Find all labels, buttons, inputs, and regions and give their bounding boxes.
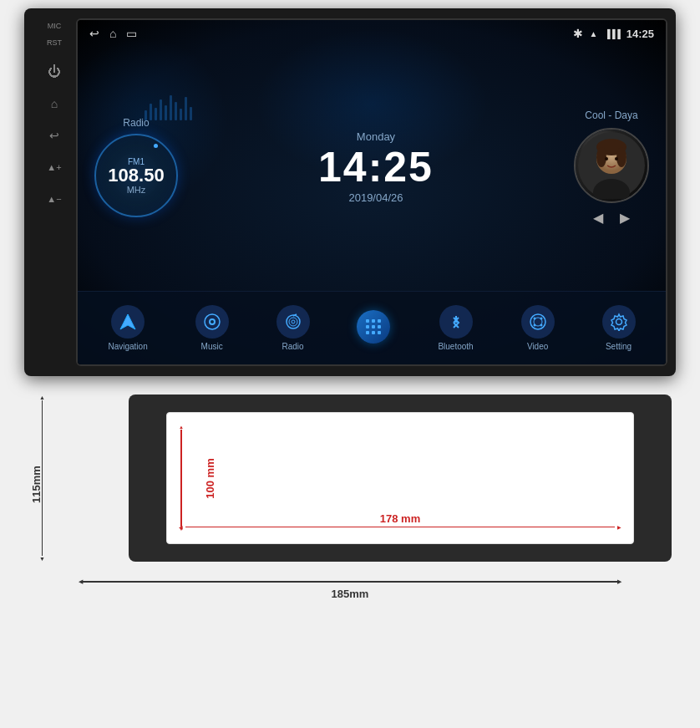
- video-label: Video: [527, 342, 548, 351]
- inner-height-dim: ▲ ▼ 100 mm: [179, 425, 230, 532]
- svg-point-14: [292, 320, 295, 323]
- vol-down-icon[interactable]: ▲−: [43, 187, 66, 211]
- svg-point-30: [540, 318, 542, 320]
- svg-rect-23: [372, 331, 375, 334]
- svg-point-31: [533, 324, 535, 327]
- bluetooth-icon: [439, 305, 473, 339]
- svg-point-12: [287, 315, 300, 328]
- freq-dot: [154, 144, 158, 148]
- svg-point-5: [616, 147, 626, 167]
- setting-label: Setting: [606, 342, 632, 351]
- next-button[interactable]: ▶: [620, 210, 630, 226]
- app-item-home[interactable]: [350, 305, 397, 352]
- vol-up-icon[interactable]: ▲+: [43, 155, 66, 179]
- back-nav-icon[interactable]: ↩: [89, 27, 99, 40]
- music-controls: ◀ ▶: [593, 210, 630, 226]
- navigation-label: Navigation: [108, 342, 147, 351]
- app-item-navigation[interactable]: Navigation: [101, 300, 154, 356]
- svg-marker-8: [120, 314, 135, 329]
- frequency-value: 108.50: [108, 166, 164, 185]
- svg-rect-24: [378, 331, 381, 334]
- frame-container: ▲ ▼ 100 mm ◀ 178 mm ▶ ◀ 185mm: [79, 395, 672, 562]
- screen: ↩ ⌂ ▭ ✱ ▲ ▐▐▐ 14:25 Radio FM1: [78, 20, 666, 364]
- album-art-inner: [576, 130, 647, 201]
- wifi-status-icon: ▲: [590, 29, 598, 38]
- status-nav-icons: ↩ ⌂ ▭: [89, 27, 137, 40]
- svg-rect-16: [366, 319, 369, 323]
- radio-label-app: Radio: [282, 342, 303, 351]
- bt-svg: [447, 313, 465, 331]
- clock-display: 14:25: [318, 146, 434, 188]
- clock-section: Monday 14:25 2019/04/26: [318, 130, 434, 204]
- frame-inner: ▲ ▼ 100 mm ◀ 178 mm ▶: [166, 412, 634, 544]
- music-label: Music: [201, 342, 223, 351]
- home-nav-icon[interactable]: ⌂: [109, 27, 116, 40]
- app-item-music[interactable]: Music: [189, 300, 236, 356]
- svg-point-33: [616, 319, 621, 325]
- inner-width-dim: ◀ 178 mm ▶: [179, 524, 621, 530]
- person-svg: [578, 132, 645, 199]
- prev-button[interactable]: ◀: [593, 210, 603, 226]
- radio-svg: [284, 313, 302, 331]
- recent-nav-icon[interactable]: ▭: [126, 27, 137, 40]
- date-display: 2019/04/26: [348, 191, 403, 204]
- status-bar: ↩ ⌂ ▭ ✱ ▲ ▐▐▐ 14:25: [78, 20, 666, 47]
- app-bar: Navigation Music: [78, 291, 666, 364]
- video-icon: [521, 305, 555, 339]
- svg-point-4: [596, 147, 606, 167]
- app-item-video[interactable]: Video: [515, 300, 561, 356]
- app-item-bluetooth[interactable]: Bluetooth: [431, 300, 479, 356]
- radio-label: Radio: [123, 117, 149, 129]
- rst-group: RST: [47, 38, 62, 47]
- signal-status-icon: ▐▐▐: [604, 29, 619, 38]
- svg-point-13: [289, 318, 297, 326]
- inner-width-label: 178 mm: [380, 512, 420, 525]
- outer-height-label: 115mm: [30, 466, 43, 503]
- frame-outer: ▲ ▼ 100 mm ◀ 178 mm ▶: [129, 395, 672, 562]
- outer-width-label: 185mm: [332, 588, 369, 600]
- app-item-setting[interactable]: Setting: [596, 300, 642, 356]
- home-side-icon[interactable]: ⌂: [43, 92, 66, 115]
- svg-point-32: [540, 324, 542, 327]
- status-time: 14:25: [626, 28, 654, 40]
- frequency-unit: MHz: [127, 185, 146, 195]
- radio-section: Radio FM1 108.50 MHz: [94, 117, 178, 217]
- mic-label: MIC: [48, 22, 62, 30]
- radio-icon: [276, 305, 310, 339]
- mic-group: MIC: [48, 22, 62, 30]
- setting-svg: [610, 313, 628, 331]
- nav-svg: [119, 313, 137, 331]
- screen-wrapper: ↩ ⌂ ▭ ✱ ▲ ▐▐▐ 14:25 Radio FM1: [76, 18, 667, 366]
- radio-circle[interactable]: FM1 108.50 MHz: [94, 134, 178, 217]
- outer-height-line: ▲ ▼ 115mm: [39, 395, 45, 562]
- bluetooth-status-icon: ✱: [573, 27, 583, 40]
- inner-height-label: 100 mm: [204, 458, 216, 498]
- svg-point-27: [530, 314, 545, 329]
- main-content: Radio FM1 108.50 MHz Monday 14:25 2019/0…: [78, 45, 666, 289]
- video-svg: [529, 313, 547, 331]
- stereo-unit: MIC RST ⏻ ⌂ ↩ ▲+ ▲−: [24, 8, 676, 376]
- setting-icon: [602, 305, 636, 339]
- outer-width-dim: ◀ 185mm ▶: [79, 578, 621, 585]
- svg-rect-17: [372, 319, 375, 323]
- svg-rect-19: [366, 325, 369, 328]
- side-buttons: MIC RST ⏻ ⌂ ↩ ▲+ ▲−: [33, 18, 76, 366]
- svg-point-7: [615, 157, 618, 160]
- svg-rect-18: [378, 319, 381, 323]
- rst-label: RST: [47, 38, 62, 47]
- app-item-radio[interactable]: Radio: [270, 300, 317, 356]
- svg-rect-21: [378, 325, 381, 328]
- music-svg: [203, 313, 221, 331]
- music-section: Cool - Daya: [574, 109, 649, 226]
- bluetooth-label: Bluetooth: [438, 342, 473, 351]
- home-icon: [357, 310, 390, 344]
- dimension-panel: ▲ ▼ 115mm ▲ ▼ 100 mm ◀: [24, 395, 676, 562]
- album-art[interactable]: [574, 128, 649, 203]
- day-label: Monday: [357, 130, 395, 143]
- back-side-icon[interactable]: ↩: [43, 124, 66, 147]
- svg-rect-22: [366, 331, 369, 334]
- svg-rect-20: [372, 325, 375, 328]
- svg-point-11: [211, 320, 214, 323]
- power-icon[interactable]: ⏻: [43, 60, 66, 84]
- music-icon: [195, 305, 229, 339]
